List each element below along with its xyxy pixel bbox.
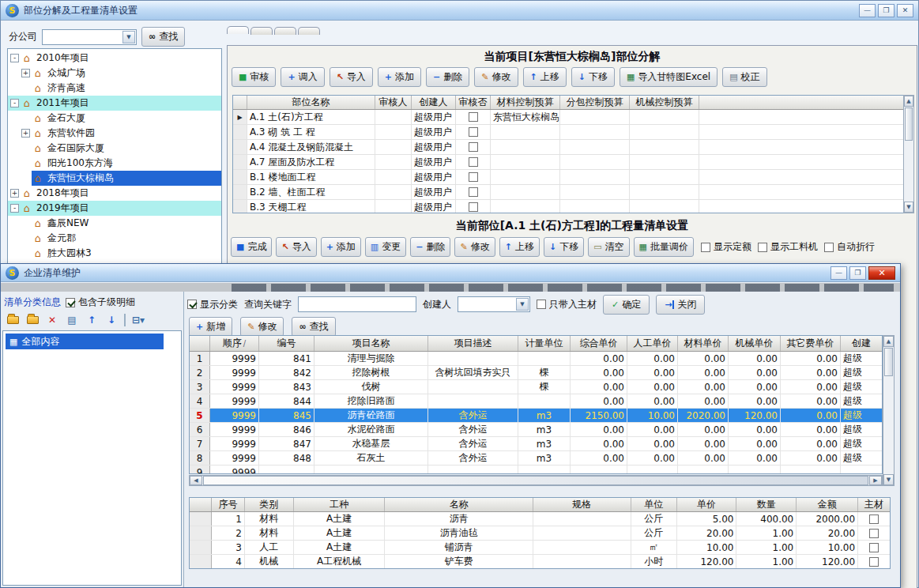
scrollbar-thumb[interactable] bbox=[905, 107, 913, 141]
toolbar-button[interactable]: ↓ 下移 bbox=[544, 237, 584, 257]
expand-toggle-icon[interactable] bbox=[21, 114, 30, 122]
expand-toggle-icon[interactable]: - bbox=[10, 54, 19, 62]
tree-item-body[interactable]: ⌂ 2018年项目 bbox=[21, 186, 221, 201]
toolbar-button[interactable]: ↑ 上移 bbox=[523, 67, 567, 87]
column-header[interactable]: 创建 bbox=[841, 336, 882, 351]
left-toolbar-icon[interactable] bbox=[6, 314, 20, 326]
list-row[interactable]: 3 9999 843 伐树 棵 0.00 0.00 0.00 0.00 0.00… bbox=[190, 380, 882, 394]
minimize-button[interactable]: — bbox=[830, 266, 847, 280]
search-button[interactable]: ∞ 查找 bbox=[141, 27, 185, 47]
column-header[interactable]: 类别 bbox=[245, 498, 294, 511]
expand-toggle-icon[interactable]: + bbox=[21, 69, 30, 77]
table-row[interactable]: 3 人工 A土建 铺沥青 ㎡ 10.00 1.00 10.00 bbox=[190, 541, 890, 555]
horizontal-scrollbar[interactable]: ◀ ▶ bbox=[189, 475, 883, 486]
chevron-down-icon[interactable]: ▼ bbox=[516, 298, 529, 311]
checkbox[interactable] bbox=[758, 243, 767, 252]
scrollbar-thumb[interactable] bbox=[884, 348, 893, 376]
tab[interactable] bbox=[298, 27, 320, 35]
tree-item[interactable]: ⌂ 胜大园林3 bbox=[8, 246, 221, 261]
column-header[interactable]: 材料控制预算 bbox=[491, 96, 560, 109]
table-row[interactable]: A.7 屋面及防水工程 超级用户 bbox=[233, 155, 907, 170]
left-toolbar-icon[interactable]: ▤ bbox=[65, 314, 79, 326]
tree-item-body[interactable]: ⌂ 众城广场 bbox=[32, 66, 221, 81]
table-row[interactable]: A.3 砌 筑 工 程 超级用户 bbox=[233, 125, 907, 140]
tab[interactable] bbox=[227, 26, 249, 34]
branch-combobox[interactable]: ▼ bbox=[42, 29, 137, 45]
tree-item-body[interactable]: ⌂ 金石国际大厦 bbox=[32, 141, 221, 156]
toolbar-button[interactable]: ↓ 下移 bbox=[571, 67, 615, 87]
scrollbar-track[interactable] bbox=[883, 377, 894, 474]
scroll-down-button[interactable]: ▼ bbox=[883, 474, 894, 485]
tree-item-body[interactable]: ⌂ 2010年项目 bbox=[21, 51, 221, 66]
column-header[interactable]: 顺序/ bbox=[210, 336, 259, 351]
column-header[interactable]: 审核人 bbox=[375, 96, 412, 109]
tree-item-body[interactable]: ⌂ 金石大厦 bbox=[32, 111, 221, 126]
audit-checkbox[interactable] bbox=[469, 127, 478, 137]
tree-item-body[interactable]: ⌂ 2011年项目 bbox=[21, 96, 221, 111]
toolbar-checkbox-option[interactable]: 自动折行 bbox=[824, 240, 875, 254]
column-header[interactable]: 综合单价 bbox=[571, 336, 627, 351]
vertical-scrollbar[interactable]: ▲ ▼ bbox=[883, 335, 895, 486]
tab[interactable] bbox=[250, 27, 273, 35]
column-header[interactable]: 分包控制预算 bbox=[560, 96, 630, 109]
column-header[interactable]: 项目描述 bbox=[428, 336, 518, 351]
audit-checkbox[interactable] bbox=[469, 157, 478, 167]
tree-item[interactable]: - ⌂ 2011年项目 bbox=[8, 96, 221, 111]
left-toolbar-icon[interactable] bbox=[124, 314, 126, 326]
checkbox[interactable] bbox=[187, 300, 197, 309]
column-header[interactable]: 编号 bbox=[259, 336, 314, 351]
list-row[interactable]: 6 9999 846 水泥砼路面 含外运 m3 0.00 0.00 0.00 0… bbox=[190, 423, 882, 437]
tree-item[interactable]: ⌂ 金元郡 bbox=[8, 231, 221, 246]
toolbar-button[interactable]: + 调入 bbox=[281, 67, 324, 87]
toolbar-button[interactable]: ✎ 修改 bbox=[454, 237, 495, 257]
tree-item[interactable]: + ⌂ 2018年项目 bbox=[8, 186, 221, 201]
toolbar-button[interactable]: ▭ 清空 bbox=[588, 237, 629, 257]
scroll-down-button[interactable]: ▼ bbox=[904, 202, 913, 213]
maximize-button[interactable]: ❐ bbox=[878, 4, 895, 17]
column-header[interactable]: 工种 bbox=[294, 498, 386, 511]
column-header[interactable]: 序号 bbox=[212, 498, 245, 511]
tree-item[interactable]: - ⌂ 2019年项目 bbox=[8, 201, 221, 216]
scroll-up-button[interactable]: ▲ bbox=[883, 336, 894, 347]
column-header[interactable]: 机械单价 bbox=[729, 336, 781, 351]
left-toolbar-icon[interactable]: ⊟▾ bbox=[131, 314, 145, 326]
table-row[interactable]: A.4 混凝土及钢筋混凝土 超级用户 bbox=[233, 140, 907, 155]
maximize-button[interactable]: ❐ bbox=[849, 266, 866, 280]
list-row[interactable]: 4 9999 844 挖除旧路面 0.00 0.00 0.00 0.00 0.0… bbox=[190, 394, 882, 409]
chevron-down-icon[interactable]: ▼ bbox=[122, 31, 135, 43]
column-header[interactable]: 人工单价 bbox=[627, 336, 678, 351]
table-row[interactable]: 4 机械 A工程机械 铲车费 小时 120.00 1.00 120.00 bbox=[190, 555, 890, 569]
only-main-material-option[interactable]: 只带入主材 bbox=[537, 298, 597, 311]
keyword-input[interactable] bbox=[298, 296, 416, 312]
expand-toggle-icon[interactable] bbox=[21, 234, 30, 243]
tab[interactable] bbox=[274, 27, 296, 35]
column-header[interactable]: 项目名称 bbox=[314, 336, 428, 351]
confirm-button[interactable]: ✓ 确定 bbox=[603, 295, 650, 315]
tree-item[interactable]: ⌂ 金石大厦 bbox=[8, 111, 221, 126]
list-row[interactable]: 9 9999 bbox=[190, 466, 882, 474]
table-row[interactable]: 1 材料 A土建 沥青 公斤 5.00 400.00 2000.00 bbox=[190, 512, 890, 526]
expand-toggle-icon[interactable]: - bbox=[10, 204, 19, 213]
tree-item-body[interactable]: ⌂ 济青高速 bbox=[32, 81, 221, 96]
column-header[interactable]: 材料单价 bbox=[678, 336, 729, 351]
column-header[interactable]: 创建人 bbox=[412, 96, 456, 109]
column-header[interactable]: 金额 bbox=[797, 498, 858, 511]
scrollbar-track[interactable] bbox=[904, 141, 913, 202]
checkbox[interactable] bbox=[66, 298, 75, 307]
audit-checkbox[interactable] bbox=[469, 142, 478, 152]
column-header[interactable]: 其它费单价 bbox=[781, 336, 841, 351]
table-row[interactable]: B.1 楼地面工程 超级用户 bbox=[233, 170, 907, 185]
tree-item[interactable]: - ⌂ 2010年项目 bbox=[8, 51, 221, 66]
audit-checkbox[interactable] bbox=[469, 172, 478, 182]
toolbar-button[interactable]: ▦ 导入甘特图Excel bbox=[620, 67, 717, 87]
table-row[interactable]: 2 材料 A土建 沥青油毡 公斤 20.00 1.00 20.00 bbox=[190, 526, 890, 541]
column-header[interactable]: 名称 bbox=[385, 498, 533, 511]
toolbar-button[interactable]: ↖ 导入 bbox=[276, 237, 316, 257]
table-row[interactable]: B.3 天棚工程 超级用户 bbox=[233, 200, 907, 213]
expand-toggle-icon[interactable] bbox=[21, 84, 30, 92]
tree-item-body[interactable]: ⌂ 鑫辰NEW bbox=[32, 216, 221, 231]
close-button[interactable]: ✕ bbox=[897, 4, 913, 17]
tree-item-body[interactable]: ⌂ 金元郡 bbox=[32, 231, 221, 246]
audit-checkbox[interactable] bbox=[469, 112, 478, 122]
audit-checkbox[interactable] bbox=[469, 202, 478, 212]
